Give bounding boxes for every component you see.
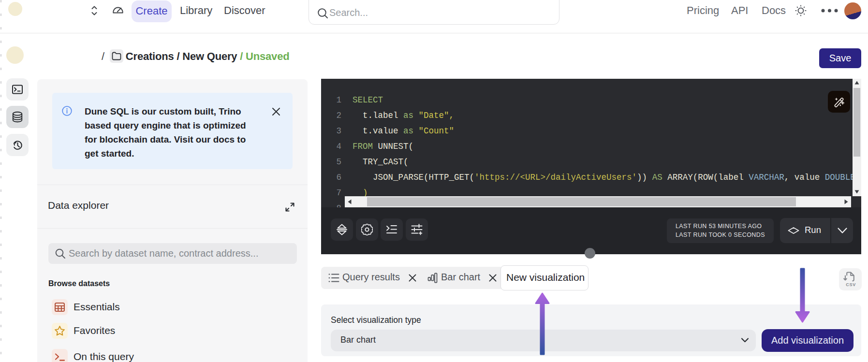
- svg-text:CSV: CSV: [846, 282, 856, 287]
